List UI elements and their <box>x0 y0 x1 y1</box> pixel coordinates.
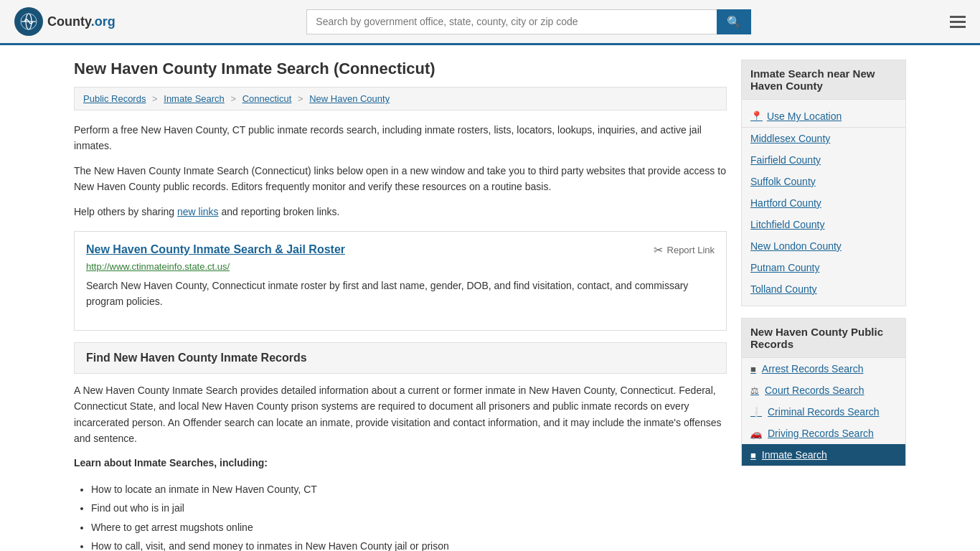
sidebar-link-putnam[interactable]: Putnam County <box>742 257 905 278</box>
middlesex-county-label: Middlesex County <box>750 133 830 144</box>
resource-description: Search New Haven County, Connecticut inm… <box>86 278 715 310</box>
find-records-section: Find New Haven County Inmate Records <box>74 342 727 374</box>
arrest-icon: ■ <box>750 364 756 375</box>
breadcrumb-connecticut[interactable]: Connecticut <box>242 93 292 104</box>
breadcrumb-new-haven-county[interactable]: New Haven County <box>309 93 390 104</box>
resource-url[interactable]: http://www.ctinmateinfo.state.ct.us/ <box>86 261 715 272</box>
find-records-body: A New Haven County Inmate Search provide… <box>74 382 727 447</box>
inmate-icon: ■ <box>750 450 756 461</box>
menu-button[interactable] <box>950 16 966 28</box>
new-london-county-label: New London County <box>750 240 842 252</box>
bullet-item-2: Find out who is in jail <box>91 499 727 518</box>
resource-url-link[interactable]: http://www.ctinmateinfo.state.ct.us/ <box>86 261 230 272</box>
suffolk-county-label: Suffolk County <box>750 176 816 187</box>
logo-suffix: .org <box>91 14 116 29</box>
litchfield-county-label: Litchfield County <box>750 219 825 230</box>
intro-3-prefix: Help others by sharing <box>74 206 177 217</box>
driving-records-label: Driving Records Search <box>768 428 874 439</box>
breadcrumb-sep3: > <box>298 93 303 104</box>
sidebar-public-records-section: New Haven County Public Records ■ Arrest… <box>741 318 906 466</box>
report-icon: ✂ <box>654 243 663 257</box>
sidebar-inmate-title: Inmate Search near New Haven County <box>742 60 905 100</box>
use-location-link[interactable]: 📍 Use My Location <box>742 105 905 127</box>
find-records-title: Find New Haven County Inmate Records <box>86 352 715 364</box>
bullet-item-3: Where to get arrest mugshots online <box>91 518 727 537</box>
breadcrumb-sep1: > <box>152 93 158 104</box>
sidebar-link-middlesex[interactable]: Middlesex County <box>742 128 905 149</box>
resource-card-header: New Haven County Inmate Search & Jail Ro… <box>86 243 715 257</box>
criminal-records-label: Criminal Records Search <box>768 406 880 418</box>
resource-card: New Haven County Inmate Search & Jail Ro… <box>74 231 727 331</box>
logo-link[interactable]: County.org <box>14 7 116 36</box>
menu-icon-line3 <box>950 26 966 28</box>
bullet-item-4: How to call, visit, and send money to in… <box>91 537 727 551</box>
sidebar-link-hartford[interactable]: Hartford County <box>742 192 905 214</box>
sidebar-link-new-london[interactable]: New London County <box>742 235 905 257</box>
intro-3-suffix: and reporting broken links. <box>219 206 340 217</box>
pub-record-inmate[interactable]: ■ Inmate Search <box>742 444 905 466</box>
breadcrumb-public-records[interactable]: Public Records <box>83 93 146 104</box>
logo-text: County.org <box>47 14 116 29</box>
location-pin-icon: 📍 <box>750 110 763 122</box>
content-area: New Haven County Inmate Search (Connecti… <box>74 60 727 551</box>
sidebar-inmate-body: 📍 Use My Location Middlesex County Fairf… <box>742 100 905 306</box>
sidebar-link-fairfield[interactable]: Fairfield County <box>742 149 905 171</box>
putnam-county-label: Putnam County <box>750 262 820 273</box>
fairfield-county-label: Fairfield County <box>750 154 821 166</box>
court-icon: ⚖ <box>750 385 759 396</box>
learn-heading: Learn about Inmate Searches, including: <box>74 455 727 471</box>
pub-record-court[interactable]: ⚖ Court Records Search <box>742 380 905 401</box>
sidebar-link-suffolk[interactable]: Suffolk County <box>742 171 905 192</box>
sidebar-link-litchfield[interactable]: Litchfield County <box>742 214 905 235</box>
intro-paragraph-1: Perform a free New Haven County, CT publ… <box>74 122 727 154</box>
pub-record-criminal[interactable]: ❕ Criminal Records Search <box>742 401 905 423</box>
inmate-search-label: Inmate Search <box>762 449 827 461</box>
intro-paragraph-3: Help others by sharing new links and rep… <box>74 204 727 220</box>
hartford-county-label: Hartford County <box>750 197 821 209</box>
report-label: Report Link <box>667 245 715 255</box>
menu-icon-line2 <box>950 21 966 23</box>
breadcrumb: Public Records > Inmate Search > Connect… <box>74 87 727 110</box>
pub-record-driving[interactable]: 🚗 Driving Records Search <box>742 423 905 444</box>
logo-icon <box>14 7 43 36</box>
pub-record-arrest[interactable]: ■ Arrest Records Search <box>742 358 905 380</box>
intro-paragraph-2: The New Haven County Inmate Search (Conn… <box>74 163 727 195</box>
court-records-label: Court Records Search <box>765 385 864 396</box>
header: County.org 🔍 <box>0 0 980 45</box>
sidebar: Inmate Search near New Haven County 📍 Us… <box>741 60 906 551</box>
use-location-label: Use My Location <box>767 110 842 122</box>
page-title: New Haven County Inmate Search (Connecti… <box>74 60 727 78</box>
report-link-button[interactable]: ✂ Report Link <box>654 243 715 257</box>
sidebar-public-records-body: ■ Arrest Records Search ⚖ Court Records … <box>742 358 905 466</box>
new-links-link[interactable]: new links <box>177 206 219 217</box>
driving-icon: 🚗 <box>750 428 762 439</box>
sidebar-inmate-section: Inmate Search near New Haven County 📍 Us… <box>741 60 906 306</box>
sidebar-public-records-title: New Haven County Public Records <box>742 319 905 358</box>
menu-icon-line1 <box>950 16 966 18</box>
search-button[interactable]: 🔍 <box>717 9 751 34</box>
breadcrumb-sep2: > <box>230 93 236 104</box>
criminal-icon: ❕ <box>750 407 762 418</box>
sidebar-link-tolland[interactable]: Tolland County <box>742 278 905 300</box>
tolland-county-label: Tolland County <box>750 283 817 295</box>
bullet-list: How to locate an inmate in New Haven Cou… <box>74 480 727 551</box>
resource-title-link[interactable]: New Haven County Inmate Search & Jail Ro… <box>86 243 345 256</box>
main-container: New Haven County Inmate Search (Connecti… <box>60 45 920 551</box>
breadcrumb-inmate-search[interactable]: Inmate Search <box>164 93 225 104</box>
search-input[interactable] <box>306 9 717 34</box>
search-bar: 🔍 <box>306 9 751 34</box>
search-icon: 🔍 <box>727 16 741 28</box>
arrest-records-label: Arrest Records Search <box>762 363 864 375</box>
bullet-item-1: How to locate an inmate in New Haven Cou… <box>91 480 727 499</box>
